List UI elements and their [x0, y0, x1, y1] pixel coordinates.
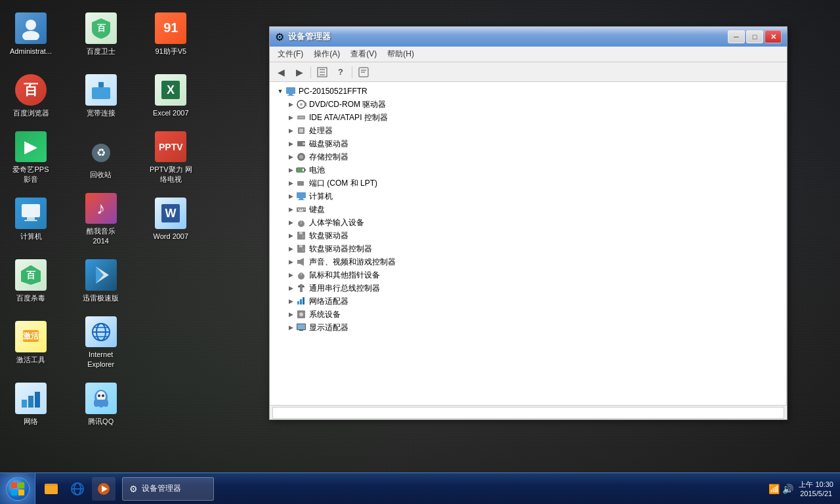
taskbar-ie-icon[interactable]: [66, 477, 89, 501]
help-toolbar-button[interactable]: ?: [332, 65, 349, 79]
floppy-expand[interactable]: ▶: [285, 230, 296, 241]
desktop-icon-baidu-browser[interactable]: 百 百度浏览器: [5, 66, 57, 125]
menu-help[interactable]: 帮助(H): [382, 47, 419, 61]
processor-expand[interactable]: ▶: [285, 125, 296, 136]
display-expand[interactable]: ▶: [285, 322, 296, 333]
tree-item-processor[interactable]: ▶ 处理器: [270, 124, 786, 137]
desktop-icon-pptv[interactable]: PPTV PPTV聚力 网络电视: [144, 128, 197, 187]
svg-rect-39: [286, 87, 295, 94]
desktop-icon-baidu-kill[interactable]: 百 百度杀毒: [5, 251, 57, 310]
start-button[interactable]: [0, 473, 35, 505]
usb-expand[interactable]: ▶: [285, 283, 296, 293]
tree-view-button[interactable]: [314, 65, 331, 79]
svg-rect-102: [45, 486, 58, 494]
taskbar-item-label: 设备管理器: [142, 483, 181, 494]
keyboard-label: 键盘: [309, 204, 325, 215]
close-button[interactable]: ✕: [765, 30, 782, 43]
tree-item-com-port[interactable]: ▶ 端口 (COM 和 LPT): [270, 177, 786, 190]
tree-item-display[interactable]: ▶ 显示适配器: [270, 321, 786, 334]
taskbar: ⚙ 设备管理器 📶 🔊 上午 10:30 2015/5/21: [0, 472, 840, 504]
tree-item-system[interactable]: ▶ 系统设备: [270, 308, 786, 321]
tree-item-dvd[interactable]: ▶ DVD/CD-ROM 驱动器: [270, 98, 786, 111]
tree-item-floppy-ctrl[interactable]: ▶ 软盘驱动器控制器: [270, 242, 786, 255]
system-expand[interactable]: ▶: [285, 309, 296, 320]
storage-expand[interactable]: ▶: [285, 152, 296, 162]
disk-expand[interactable]: ▶: [285, 138, 296, 149]
taskbar-explorer-icon[interactable]: [39, 477, 63, 501]
tree-item-ide[interactable]: ▶ IDE ATA/ATAPI 控制器: [270, 111, 786, 124]
desktop-icon-activate[interactable]: 激活 激活工具: [5, 313, 57, 372]
desktop-icon-91[interactable]: 91 91助手V5: [144, 5, 197, 64]
menu-view[interactable]: 查看(V): [345, 47, 382, 61]
svg-rect-80: [297, 260, 300, 264]
desktop-icon-xunlei[interactable]: 迅雷极速版: [75, 251, 127, 310]
svg-rect-67: [300, 209, 301, 210]
tree-item-mouse[interactable]: ▶ 鼠标和其他指针设备: [270, 268, 786, 282]
keyboard-expand[interactable]: ▶: [285, 204, 296, 215]
desktop-icon-ie[interactable]: InternetExplorer: [75, 313, 127, 372]
tree-item-storage[interactable]: ▶ 存储控制器: [270, 150, 786, 163]
clock-date: 2015/5/21: [799, 490, 833, 497]
desktop-icon-computer[interactable]: 计算机: [5, 190, 57, 249]
tree-root-item[interactable]: ▼ PC-20150521FFTR: [270, 85, 786, 98]
sound-expand[interactable]: ▶: [285, 257, 296, 267]
svg-rect-2: [22, 204, 40, 217]
taskbar-device-manager-item[interactable]: ⚙ 设备管理器: [122, 477, 214, 501]
desktop-icon-word[interactable]: W Word 2007: [144, 190, 197, 249]
desktop-icon-recycle[interactable]: ♻ 回收站: [75, 128, 127, 187]
back-button[interactable]: ◀: [272, 65, 289, 79]
svg-point-87: [299, 285, 301, 287]
svg-point-1: [22, 31, 39, 40]
desktop-icon-administrator[interactable]: Administrat...: [5, 5, 57, 64]
desktop-icon-pps[interactable]: ▶ 爱奇艺PPS影音: [5, 128, 57, 187]
ide-label: IDE ATA/ATAPI 控制器: [309, 112, 388, 123]
desktop-icon-network[interactable]: 网络: [5, 375, 57, 434]
desktop-icon-kuwo-music[interactable]: ♪ 酷我音乐2014: [75, 190, 127, 249]
restore-button[interactable]: □: [746, 30, 763, 43]
tree-item-computer-node[interactable]: ▶ 计算机: [270, 190, 786, 203]
tree-item-hid[interactable]: ▶ 人体学输入设备: [270, 216, 786, 229]
menu-file[interactable]: 文件(F): [272, 47, 308, 61]
taskbar-media-icon[interactable]: [92, 477, 116, 501]
processor-label: 处理器: [309, 125, 333, 136]
battery-expand[interactable]: ▶: [285, 165, 296, 175]
floppy-ctrl-expand[interactable]: ▶: [285, 243, 296, 254]
computer-node-expand[interactable]: ▶: [285, 191, 296, 201]
forward-button[interactable]: ▶: [291, 65, 308, 79]
excel-label: Excel 2007: [153, 108, 188, 117]
mouse-expand[interactable]: ▶: [285, 270, 296, 280]
network-tray-icon: 📶: [768, 484, 780, 494]
com-expand[interactable]: ▶: [285, 178, 296, 188]
desktop-icon-broadband[interactable]: 宽带连接: [75, 66, 127, 125]
tree-item-floppy[interactable]: ▶ 软盘驱动器: [270, 229, 786, 242]
network-adapter-expand[interactable]: ▶: [285, 296, 296, 306]
tree-item-network-adapter[interactable]: ▶ 网络适配器: [270, 295, 786, 308]
desktop-icon-excel[interactable]: X Excel 2007: [144, 66, 197, 125]
svg-rect-40: [289, 94, 293, 95]
desktop-icon-qq[interactable]: 腾讯QQ: [75, 375, 127, 434]
minimize-button[interactable]: ─: [728, 30, 745, 43]
ide-expand[interactable]: ▶: [285, 112, 296, 123]
tree-item-usb[interactable]: ▶ 通用串行总线控制器: [270, 282, 786, 295]
tree-item-disk[interactable]: ▶ 磁盘驱动器: [270, 137, 786, 150]
desktop-icon-baidu-guard[interactable]: 百 百度卫士: [75, 5, 127, 64]
tree-item-keyboard[interactable]: ▶ 键盘: [270, 203, 786, 216]
baidu-kill-label: 百度杀毒: [16, 293, 45, 303]
menu-action[interactable]: 操作(A): [308, 47, 345, 61]
start-orb: [6, 477, 30, 501]
window-title-icon: ⚙: [275, 31, 284, 43]
system-device-icon: [296, 309, 306, 320]
network-icon: [15, 383, 47, 414]
hid-expand[interactable]: ▶: [285, 217, 296, 228]
root-expand-icon[interactable]: ▼: [275, 86, 285, 96]
dvd-expand[interactable]: ▶: [285, 99, 296, 110]
baidu-browser-label: 百度浏览器: [13, 108, 49, 117]
tree-item-battery[interactable]: ▶ 电池: [270, 163, 786, 177]
properties-button[interactable]: [355, 65, 372, 79]
word-icon: W: [155, 198, 186, 229]
svg-rect-100: [18, 490, 24, 495]
tree-item-sound[interactable]: ▶ 声音、视频和游戏控制器: [270, 255, 786, 268]
disk-label: 磁盘驱动器: [309, 138, 348, 150]
device-tree[interactable]: ▼ PC-20150521FFTR ▶ DVD/CD-ROM 驱动器: [270, 82, 787, 405]
window-menubar: 文件(F) 操作(A) 查看(V) 帮助(H): [270, 47, 787, 62]
